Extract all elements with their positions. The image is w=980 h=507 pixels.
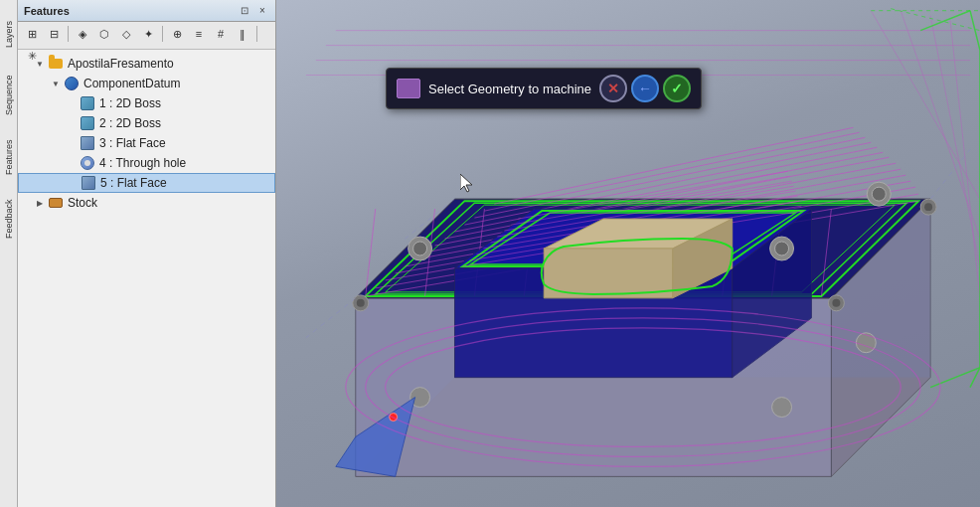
select-geometry-dialog: Select Geometry to machine ✕ ← ✓ (386, 68, 702, 109)
svg-point-64 (856, 333, 876, 353)
svg-line-7 (950, 21, 980, 298)
toolbar-btn-grid[interactable]: # (211, 24, 231, 44)
panel-titlebar: Features ⊡ × (18, 0, 275, 22)
dialog-icon (397, 79, 420, 98)
item1-icon (80, 95, 95, 111)
toolbar-btn-shape4[interactable]: ✦ (138, 24, 158, 44)
panel-title: Features (24, 5, 70, 17)
svg-line-4 (871, 11, 980, 199)
component-expand-icon: ▼ (50, 78, 62, 89)
svg-point-71 (924, 203, 932, 211)
tree-item-1-label: 1 : 2D Boss (99, 96, 161, 110)
root-folder-icon (48, 56, 64, 72)
tree-item-5-label: 5 : Flat Face (100, 176, 167, 190)
left-tab-features[interactable]: Features (1, 127, 17, 187)
item3-expand-icon (66, 137, 78, 149)
stock-icon (48, 195, 64, 211)
dialog-text: Select Geometry to machine (428, 82, 591, 96)
panel-title-icons: ⊡ × (238, 4, 269, 18)
toolbar-sep-2 (162, 26, 163, 42)
tree-component[interactable]: ▼ ComponentDatum (18, 74, 275, 93)
tree-item-3-label: 3 : Flat Face (99, 136, 166, 150)
tree-item-4[interactable]: 4 : Through hole (18, 153, 275, 173)
left-tab-sequence[interactable]: Sequence (1, 66, 17, 125)
item5-icon (81, 175, 96, 191)
tree-component-label: ComponentDatum (83, 77, 180, 90)
toolbar-sep-1 (68, 26, 69, 42)
item2-expand-icon (66, 117, 78, 129)
tree-root-label: ApostilaFresamento (68, 57, 174, 71)
left-tab-feedback[interactable]: Feedback (1, 189, 17, 249)
component-icon (64, 76, 80, 91)
tree-item-4-label: 4 : Through hole (99, 156, 186, 170)
tree-item-2[interactable]: 2 : 2D Boss (18, 113, 275, 133)
item4-icon (80, 155, 95, 171)
svg-line-76 (306, 298, 356, 338)
svg-line-78 (930, 149, 970, 199)
toolbar-btn-menu[interactable]: ≡ (189, 24, 209, 44)
item5-expand-icon (67, 177, 79, 189)
tree-stock-label: Stock (68, 196, 97, 210)
svg-marker-54 (544, 249, 673, 298)
svg-line-74 (920, 11, 970, 31)
svg-point-69 (832, 299, 840, 307)
tree-item-1[interactable]: 1 : 2D Boss (18, 93, 275, 113)
tree-item-5[interactable]: 5 : Flat Face (18, 173, 275, 193)
dialog-buttons: ✕ ← ✓ (599, 75, 691, 102)
tree-content: ▼ ApostilaFresamento ▼ ComponentDatum 1 … (18, 50, 275, 507)
panel-float-btn[interactable]: ⊡ (238, 4, 251, 18)
item2-icon (80, 115, 95, 131)
left-tab-layers[interactable]: Layers (1, 4, 17, 64)
toolbar-btn-shape1[interactable]: ◈ (73, 24, 92, 44)
item1-expand-icon (66, 97, 78, 109)
toolbar-btn-new[interactable]: ⊞ (22, 24, 42, 44)
tree-stock[interactable]: ▶ Stock (18, 193, 275, 213)
panel-close-btn[interactable]: × (255, 4, 269, 18)
panel-toolbar: ⊞ ⊟ ◈ ⬡ ◇ ✦ ⊕ ≡ # ‖ ✳ (18, 22, 275, 50)
toolbar-btn-delete[interactable]: ⊟ (44, 24, 64, 44)
svg-point-57 (413, 242, 427, 255)
svg-point-59 (775, 242, 789, 255)
toolbar-btn-add[interactable]: ⊕ (167, 24, 187, 44)
tree-item-2-label: 2 : 2D Boss (99, 116, 161, 130)
dialog-confirm-btn[interactable]: ✓ (663, 75, 691, 102)
main-viewport[interactable]: Select Geometry to machine ✕ ← ✓ (276, 0, 980, 507)
left-tab-bar: Layers Sequence Features Feedback (0, 0, 18, 507)
tree-item-3[interactable]: 3 : Flat Face (18, 133, 275, 153)
tree-root[interactable]: ▼ ApostilaFresamento (18, 54, 275, 74)
toolbar-btn-shape2[interactable]: ⬡ (94, 24, 114, 44)
svg-point-63 (772, 398, 792, 418)
toolbar-btn-shape3[interactable]: ◇ (116, 24, 136, 44)
toolbar-sep-3 (256, 26, 257, 42)
dialog-cancel-btn[interactable]: ✕ (599, 75, 627, 102)
dialog-back-btn[interactable]: ← (631, 75, 659, 102)
root-expand-icon: ▼ (34, 58, 46, 70)
features-panel: Features ⊡ × ⊞ ⊟ ◈ ⬡ ◇ ✦ ⊕ ≡ # ‖ ✳ ▼ Apo… (18, 0, 276, 507)
item4-expand-icon (66, 157, 78, 169)
item3-icon (80, 135, 95, 151)
svg-line-28 (494, 127, 853, 204)
stock-expand-icon: ▶ (34, 197, 46, 209)
toolbar-btn-columns[interactable]: ‖ (233, 24, 252, 44)
svg-point-67 (357, 299, 365, 307)
svg-point-61 (872, 187, 886, 201)
